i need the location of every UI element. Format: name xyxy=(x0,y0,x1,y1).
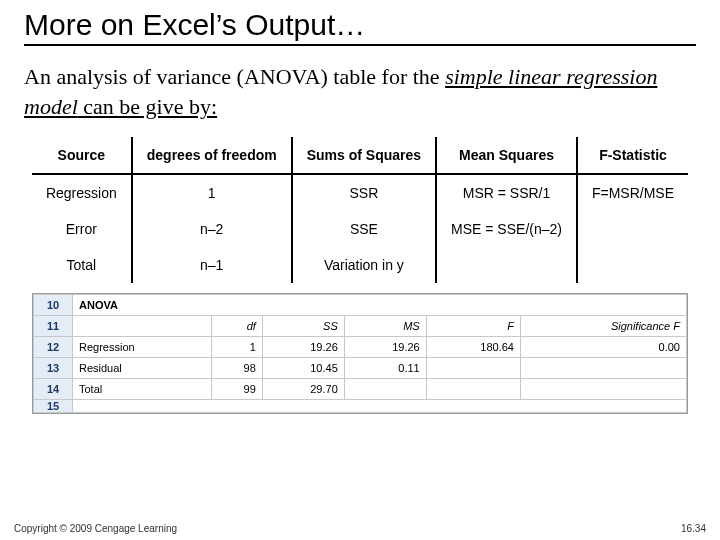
excel-rownum: 14 xyxy=(34,379,73,400)
col-ms: Mean Squares xyxy=(436,137,577,174)
intro-suffix: can be give by: xyxy=(78,94,217,119)
cell-df: 1 xyxy=(132,174,292,211)
cell-ss: SSR xyxy=(292,174,436,211)
excel-rownum: 11 xyxy=(34,316,73,337)
excel-cell: 0.00 xyxy=(521,337,687,358)
excel-row: 12 Regression 1 19.26 19.26 180.64 0.00 xyxy=(34,337,687,358)
col-source: Source xyxy=(32,137,132,174)
excel-cell xyxy=(521,379,687,400)
table-row: Total n–1 Variation in y xyxy=(32,247,688,283)
excel-cell xyxy=(426,379,520,400)
excel-cell xyxy=(344,379,426,400)
slide-number: 16.34 xyxy=(681,523,706,534)
excel-cell: Total xyxy=(73,379,212,400)
excel-anova-label: ANOVA xyxy=(73,295,687,316)
excel-cell: 98 xyxy=(211,358,262,379)
cell-ms: MSE = SSE/(n–2) xyxy=(436,211,577,247)
excel-hdr-ms: MS xyxy=(344,316,426,337)
excel-cell: Regression xyxy=(73,337,212,358)
cell-ss: Variation in y xyxy=(292,247,436,283)
excel-cell: Residual xyxy=(73,358,212,379)
excel-hdr-f: F xyxy=(426,316,520,337)
cell-df: n–1 xyxy=(132,247,292,283)
cell-src: Total xyxy=(32,247,132,283)
excel-hdr-df: df xyxy=(211,316,262,337)
excel-cell: 19.26 xyxy=(344,337,426,358)
excel-cell: 19.26 xyxy=(262,337,344,358)
intro-text: An analysis of variance (ANOVA) table fo… xyxy=(24,62,696,121)
excel-rownum: 10 xyxy=(34,295,73,316)
table-row: Error n–2 SSE MSE = SSE/(n–2) xyxy=(32,211,688,247)
excel-cell xyxy=(521,358,687,379)
cell-df: n–2 xyxy=(132,211,292,247)
excel-row: 13 Residual 98 10.45 0.11 xyxy=(34,358,687,379)
cell-src: Error xyxy=(32,211,132,247)
cell-f: F=MSR/MSE xyxy=(577,174,688,211)
cell-f xyxy=(577,247,688,283)
excel-screenshot: 10 ANOVA 11 df SS MS F Significance F 12… xyxy=(32,293,688,414)
intro-prefix: An analysis of variance (ANOVA) table fo… xyxy=(24,64,445,89)
excel-cell: 29.70 xyxy=(262,379,344,400)
excel-cell: 10.45 xyxy=(262,358,344,379)
table-row: Regression 1 SSR MSR = SSR/1 F=MSR/MSE xyxy=(32,174,688,211)
cell-src: Regression xyxy=(32,174,132,211)
cell-ss: SSE xyxy=(292,211,436,247)
slide-title: More on Excel’s Output… xyxy=(24,8,696,46)
col-fstat: F-Statistic xyxy=(577,137,688,174)
excel-rownum: 12 xyxy=(34,337,73,358)
col-ss: Sums of Squares xyxy=(292,137,436,174)
excel-rownum: 13 xyxy=(34,358,73,379)
cell-ms: MSR = SSR/1 xyxy=(436,174,577,211)
excel-hdr-sig: Significance F xyxy=(521,316,687,337)
col-df: degrees of freedom xyxy=(132,137,292,174)
anova-formula-table: Source degrees of freedom Sums of Square… xyxy=(32,137,688,283)
excel-cell: 180.64 xyxy=(426,337,520,358)
cell-ms xyxy=(436,247,577,283)
cell-f xyxy=(577,211,688,247)
excel-rownum: 15 xyxy=(34,400,73,413)
excel-cell: 99 xyxy=(211,379,262,400)
excel-cell: 0.11 xyxy=(344,358,426,379)
excel-hdr-ss: SS xyxy=(262,316,344,337)
copyright: Copyright © 2009 Cengage Learning xyxy=(14,523,177,534)
excel-cell: 1 xyxy=(211,337,262,358)
excel-row: 14 Total 99 29.70 xyxy=(34,379,687,400)
excel-cell xyxy=(426,358,520,379)
